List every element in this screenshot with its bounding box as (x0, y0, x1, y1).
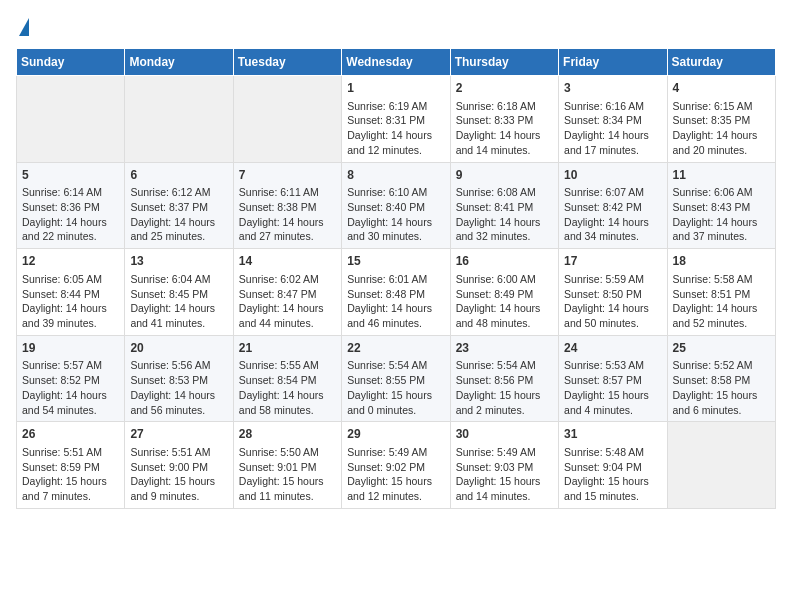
day-number: 15 (347, 253, 444, 270)
cell-content-line: Daylight: 15 hours (456, 389, 541, 401)
cell-content-line: Sunset: 8:45 PM (130, 288, 208, 300)
cell-content-line: Sunset: 8:54 PM (239, 374, 317, 386)
cell-content-line: Sunrise: 5:48 AM (564, 446, 644, 458)
cell-content-line: and 25 minutes. (130, 230, 205, 242)
cell-content-line: and 14 minutes. (456, 144, 531, 156)
day-number: 19 (22, 340, 119, 357)
cell-content-line: Sunset: 8:58 PM (673, 374, 751, 386)
day-number: 10 (564, 167, 661, 184)
cell-content-line: Sunrise: 6:11 AM (239, 186, 319, 198)
day-number: 8 (347, 167, 444, 184)
cell-content-line: Daylight: 14 hours (22, 302, 107, 314)
calendar-cell: 23Sunrise: 5:54 AMSunset: 8:56 PMDayligh… (450, 335, 558, 422)
day-number: 27 (130, 426, 227, 443)
cell-content-line: Daylight: 15 hours (456, 475, 541, 487)
cell-content-line: Sunrise: 5:59 AM (564, 273, 644, 285)
cell-content-line: and 2 minutes. (456, 404, 525, 416)
cell-content-line: Sunset: 8:38 PM (239, 201, 317, 213)
cell-content-line: Sunset: 8:42 PM (564, 201, 642, 213)
cell-content-line: Sunrise: 6:19 AM (347, 100, 427, 112)
cell-content-line: Sunset: 9:04 PM (564, 461, 642, 473)
cell-content-line: Sunrise: 5:57 AM (22, 359, 102, 371)
day-number: 11 (673, 167, 770, 184)
calendar-cell: 5Sunrise: 6:14 AMSunset: 8:36 PMDaylight… (17, 162, 125, 249)
day-number: 28 (239, 426, 336, 443)
day-number: 3 (564, 80, 661, 97)
day-number: 9 (456, 167, 553, 184)
logo (16, 16, 29, 36)
calendar-cell: 21Sunrise: 5:55 AMSunset: 8:54 PMDayligh… (233, 335, 341, 422)
cell-content-line: Sunrise: 6:14 AM (22, 186, 102, 198)
cell-content-line: and 7 minutes. (22, 490, 91, 502)
calendar-cell: 17Sunrise: 5:59 AMSunset: 8:50 PMDayligh… (559, 249, 667, 336)
cell-content-line: and 15 minutes. (564, 490, 639, 502)
column-header-thursday: Thursday (450, 49, 558, 76)
cell-content-line: Sunset: 9:02 PM (347, 461, 425, 473)
day-number: 25 (673, 340, 770, 357)
cell-content-line: Sunset: 8:50 PM (564, 288, 642, 300)
cell-content-line: Sunrise: 6:16 AM (564, 100, 644, 112)
cell-content-line: Daylight: 14 hours (564, 302, 649, 314)
calendar-cell: 19Sunrise: 5:57 AMSunset: 8:52 PMDayligh… (17, 335, 125, 422)
day-number: 12 (22, 253, 119, 270)
cell-content-line: Daylight: 14 hours (22, 216, 107, 228)
calendar-cell: 26Sunrise: 5:51 AMSunset: 8:59 PMDayligh… (17, 422, 125, 509)
calendar-body: 1Sunrise: 6:19 AMSunset: 8:31 PMDaylight… (17, 76, 776, 509)
column-header-saturday: Saturday (667, 49, 775, 76)
cell-content-line: and 44 minutes. (239, 317, 314, 329)
calendar-week-row: 26Sunrise: 5:51 AMSunset: 8:59 PMDayligh… (17, 422, 776, 509)
cell-content-line: and 12 minutes. (347, 490, 422, 502)
cell-content-line: Sunrise: 6:07 AM (564, 186, 644, 198)
column-header-monday: Monday (125, 49, 233, 76)
day-number: 20 (130, 340, 227, 357)
cell-content-line: Sunrise: 5:49 AM (347, 446, 427, 458)
cell-content-line: Daylight: 14 hours (239, 389, 324, 401)
calendar-cell: 25Sunrise: 5:52 AMSunset: 8:58 PMDayligh… (667, 335, 775, 422)
cell-content-line: Daylight: 14 hours (564, 129, 649, 141)
calendar-week-row: 19Sunrise: 5:57 AMSunset: 8:52 PMDayligh… (17, 335, 776, 422)
calendar-cell: 11Sunrise: 6:06 AMSunset: 8:43 PMDayligh… (667, 162, 775, 249)
calendar-cell: 18Sunrise: 5:58 AMSunset: 8:51 PMDayligh… (667, 249, 775, 336)
cell-content-line: Sunrise: 6:10 AM (347, 186, 427, 198)
cell-content-line: Sunset: 9:01 PM (239, 461, 317, 473)
cell-content-line: Sunset: 8:55 PM (347, 374, 425, 386)
day-number: 23 (456, 340, 553, 357)
cell-content-line: Daylight: 14 hours (673, 302, 758, 314)
cell-content-line: Sunset: 8:37 PM (130, 201, 208, 213)
cell-content-line: Daylight: 14 hours (673, 129, 758, 141)
cell-content-line: Sunrise: 5:54 AM (347, 359, 427, 371)
calendar-cell: 4Sunrise: 6:15 AMSunset: 8:35 PMDaylight… (667, 76, 775, 163)
cell-content-line: Daylight: 15 hours (130, 475, 215, 487)
cell-content-line: Sunset: 8:34 PM (564, 114, 642, 126)
cell-content-line: Sunset: 8:35 PM (673, 114, 751, 126)
cell-content-line: Sunset: 8:40 PM (347, 201, 425, 213)
cell-content-line: Daylight: 14 hours (22, 389, 107, 401)
cell-content-line: Daylight: 15 hours (564, 475, 649, 487)
cell-content-line: Daylight: 14 hours (347, 129, 432, 141)
cell-content-line: Sunset: 8:44 PM (22, 288, 100, 300)
cell-content-line: and 56 minutes. (130, 404, 205, 416)
cell-content-line: Daylight: 14 hours (673, 216, 758, 228)
cell-content-line: and 30 minutes. (347, 230, 422, 242)
cell-content-line: Sunrise: 6:05 AM (22, 273, 102, 285)
calendar-cell: 22Sunrise: 5:54 AMSunset: 8:55 PMDayligh… (342, 335, 450, 422)
calendar-cell (17, 76, 125, 163)
cell-content-line: and 32 minutes. (456, 230, 531, 242)
day-number: 18 (673, 253, 770, 270)
cell-content-line: Sunset: 8:33 PM (456, 114, 534, 126)
calendar-cell (233, 76, 341, 163)
cell-content-line: Sunrise: 6:15 AM (673, 100, 753, 112)
column-header-wednesday: Wednesday (342, 49, 450, 76)
cell-content-line: and 52 minutes. (673, 317, 748, 329)
calendar-cell: 2Sunrise: 6:18 AMSunset: 8:33 PMDaylight… (450, 76, 558, 163)
cell-content-line: and 41 minutes. (130, 317, 205, 329)
cell-content-line: Sunrise: 5:51 AM (22, 446, 102, 458)
cell-content-line: Daylight: 14 hours (347, 216, 432, 228)
calendar-cell: 1Sunrise: 6:19 AMSunset: 8:31 PMDaylight… (342, 76, 450, 163)
day-number: 17 (564, 253, 661, 270)
calendar-cell: 14Sunrise: 6:02 AMSunset: 8:47 PMDayligh… (233, 249, 341, 336)
column-header-sunday: Sunday (17, 49, 125, 76)
cell-content-line: Sunset: 9:03 PM (456, 461, 534, 473)
day-number: 13 (130, 253, 227, 270)
cell-content-line: Sunrise: 5:58 AM (673, 273, 753, 285)
